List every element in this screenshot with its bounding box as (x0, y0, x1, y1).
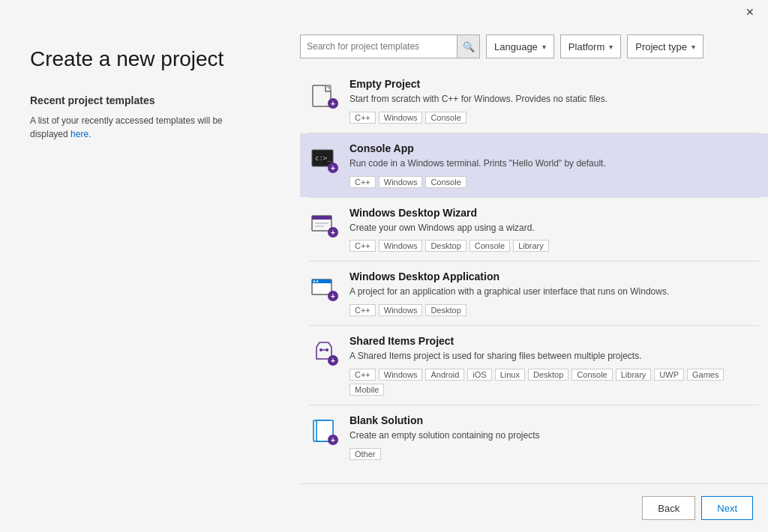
template-name: Empty Project (350, 78, 756, 90)
tag-uwp: UWP (654, 369, 684, 381)
search-box[interactable]: 🔍 (300, 34, 480, 58)
titlebar: ✕ (0, 0, 768, 24)
template-icon-application: + (309, 272, 339, 302)
tag-console: Console (425, 112, 466, 124)
tag-windows: Windows (379, 369, 423, 381)
template-description: A Shared Items project is used for shari… (350, 350, 756, 363)
tag-c++: C++ (350, 112, 376, 124)
tag-android: Android (425, 369, 464, 381)
template-item-blank-solution[interactable]: + Blank Solution Create an empty solutio… (300, 405, 768, 469)
right-panel: 🔍 Language ▾ Platform ▾ Project type ▾ (300, 24, 768, 532)
svg-text:+: + (331, 100, 335, 108)
template-info: Windows Desktop Application A project fo… (350, 270, 756, 316)
tag-desktop: Desktop (425, 304, 466, 316)
language-chevron-icon: ▾ (542, 43, 546, 51)
tag-console: Console (470, 240, 510, 252)
template-info: Shared Items Project A Shared Items proj… (350, 335, 756, 396)
template-item-shared-items-project[interactable]: + Shared Items Project A Shared Items pr… (300, 326, 768, 405)
template-name: Windows Desktop Wizard (350, 207, 756, 219)
template-name: Blank Solution (350, 414, 756, 426)
recent-heading: Recent project templates (30, 94, 270, 106)
template-icon-blank: + (309, 416, 339, 446)
svg-text:+: + (331, 357, 335, 365)
template-tags: C++WindowsConsole (350, 112, 756, 124)
svg-text:+: + (331, 436, 335, 444)
tag-c++: C++ (350, 369, 376, 381)
template-tags: C++WindowsAndroidiOSLinuxDesktopConsoleL… (350, 369, 756, 396)
next-button[interactable]: Next (701, 496, 753, 520)
template-description: Run code in a Windows terminal. Prints "… (350, 157, 756, 170)
template-name: Windows Desktop Application (350, 270, 756, 282)
template-icon-shared: + (309, 336, 339, 366)
svg-rect-9 (312, 216, 332, 220)
svg-text:c:>_: c:>_ (315, 154, 332, 162)
template-tags: Other (350, 448, 756, 460)
template-icon-wizard: + (309, 208, 339, 238)
tag-ios: iOS (467, 369, 491, 381)
recent-desc-post: . (88, 129, 91, 139)
svg-point-22 (326, 348, 328, 351)
tag-windows: Windows (379, 240, 423, 252)
recent-here-link[interactable]: here (70, 129, 88, 139)
svg-text:+: + (331, 164, 335, 172)
close-button[interactable]: ✕ (738, 0, 762, 24)
platform-chevron-icon: ▾ (609, 43, 613, 51)
tag-c++: C++ (350, 304, 376, 316)
template-name: Console App (350, 142, 756, 154)
project-type-label: Project type (635, 41, 687, 52)
back-button[interactable]: Back (642, 496, 695, 520)
recent-description: A list of your recently accessed templat… (30, 114, 270, 141)
tag-games: Games (687, 369, 724, 381)
tag-desktop: Desktop (528, 369, 568, 381)
recent-desc-mid: displayed (30, 129, 70, 139)
left-panel: Create a new project Recent project temp… (0, 24, 300, 532)
template-info: Empty Project Start from scratch with C+… (350, 78, 756, 124)
template-description: A project for an application with a grap… (350, 285, 756, 298)
language-dropdown[interactable]: Language ▾ (486, 34, 554, 58)
search-input[interactable] (301, 35, 457, 58)
tag-desktop: Desktop (425, 240, 466, 252)
tag-library: Library (513, 240, 549, 252)
footer: Back Next (300, 483, 768, 532)
language-label: Language (494, 41, 538, 52)
main-window: ✕ Create a new project Recent project te… (0, 0, 768, 532)
platform-dropdown[interactable]: Platform ▾ (560, 34, 621, 58)
tag-c++: C++ (350, 176, 376, 188)
toolbar: 🔍 Language ▾ Platform ▾ Project type ▾ (300, 24, 768, 69)
svg-point-17 (316, 281, 318, 282)
template-name: Shared Items Project (350, 335, 756, 347)
template-item-windows-desktop-wizard[interactable]: + Windows Desktop Wizard Create your own… (300, 198, 768, 262)
svg-marker-20 (316, 342, 332, 359)
template-tags: C++WindowsDesktop (350, 304, 756, 316)
project-type-dropdown[interactable]: Project type ▾ (627, 34, 704, 58)
project-type-chevron-icon: ▾ (692, 43, 695, 51)
template-info: Console App Run code in a Windows termin… (350, 142, 756, 188)
template-tags: C++WindowsConsole (350, 176, 756, 188)
template-description: Create an empty solution containing no p… (350, 429, 756, 442)
template-description: Create your own Windows app using a wiza… (350, 222, 756, 235)
tag-console: Console (425, 176, 466, 188)
template-icon-empty: + (309, 79, 339, 109)
tag-windows: Windows (379, 304, 423, 316)
template-info: Windows Desktop Wizard Create your own W… (350, 207, 756, 253)
recent-desc-pre: A list of your recently accessed templat… (30, 115, 223, 126)
template-tags: C++WindowsDesktopConsoleLibrary (350, 240, 756, 252)
template-info: Blank Solution Create an empty solution … (350, 414, 756, 460)
search-button[interactable]: 🔍 (457, 35, 479, 58)
template-icon-console: c:>_ + (309, 144, 339, 174)
svg-text:+: + (331, 229, 335, 237)
page-title: Create a new project (30, 46, 270, 72)
tag-c++: C++ (350, 240, 376, 252)
tag-linux: Linux (495, 369, 525, 381)
tag-mobile: Mobile (350, 384, 384, 396)
svg-point-21 (320, 348, 322, 351)
template-item-empty-project[interactable]: + Empty Project Start from scratch with … (300, 69, 768, 133)
tag-console: Console (572, 369, 612, 381)
platform-label: Platform (568, 41, 604, 52)
template-item-console-app[interactable]: c:>_ + Console App Run code in a Windows… (300, 133, 768, 197)
tag-windows: Windows (379, 176, 423, 188)
tag-other: Other (350, 448, 381, 460)
template-item-windows-desktop-application[interactable]: + Windows Desktop Application A project … (300, 262, 768, 325)
template-description: Start from scratch with C++ for Windows.… (350, 93, 756, 106)
tag-library: Library (616, 369, 652, 381)
